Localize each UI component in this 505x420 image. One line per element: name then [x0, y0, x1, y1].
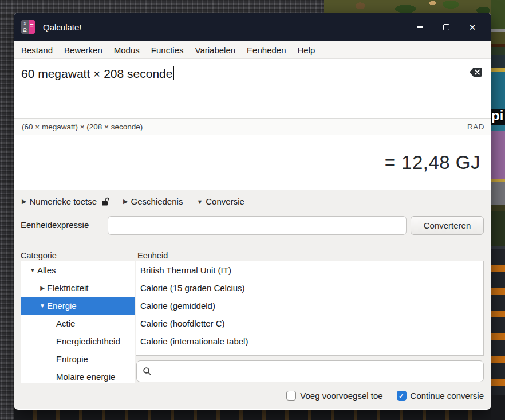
unit-row[interactable]: British Thermal Unit (IT) — [136, 261, 483, 279]
chevron-down-icon[interactable]: ▼ — [28, 267, 37, 273]
close-button[interactable]: ✕ — [459, 13, 486, 41]
expression-text: 60 megawatt × 208 seconde — [21, 67, 172, 80]
qalculate-window: xΩ = Qalculate! ✕ Bestand Bewerken Modus… — [14, 13, 491, 410]
menu-bestand[interactable]: Bestand — [15, 45, 58, 55]
chevron-right-icon[interactable]: ▶ — [38, 285, 47, 291]
close-icon: ✕ — [469, 23, 476, 32]
angle-mode-indicator[interactable]: RAD — [467, 123, 484, 131]
unit-expression-label: Eenheidexpressie — [21, 220, 89, 230]
category-actie[interactable]: Actie — [21, 315, 135, 332]
chevron-down-icon[interactable]: ▼ — [38, 303, 47, 309]
menu-variabelen[interactable]: Variabelen — [189, 45, 241, 55]
prefix-checkbox[interactable] — [286, 391, 296, 401]
category-elektriciteit[interactable]: ▶ Elektriciteit — [21, 279, 135, 297]
unit-row[interactable]: Calorie (thermochemisch) — [136, 350, 483, 356]
category-entropie[interactable]: Entropie — [21, 350, 135, 368]
unit-expression-input[interactable] — [108, 216, 407, 235]
minimize-icon — [417, 26, 423, 28]
unit-search-box[interactable] — [136, 360, 484, 382]
maximize-icon — [443, 24, 449, 30]
unit-row[interactable]: Calorie (internationale tabel) — [136, 332, 483, 350]
conversion-panel: ▶ Numerieke toetse ▶ Geschiedenis ▼ Conv… — [14, 190, 491, 409]
category-tree: ▼ Alles ▶ Elektriciteit ▼ Energie Actie … — [21, 261, 135, 383]
category-energiedichtheid[interactable]: Energiedichtheid — [21, 332, 135, 350]
menu-bar: Bestand Bewerken Modus Functies Variabel… — [14, 41, 491, 59]
menu-help[interactable]: Help — [292, 45, 321, 55]
keypad-section-toggle[interactable]: ▶ Numerieke toetse — [22, 197, 109, 206]
chevron-right-icon: ▶ — [22, 198, 26, 205]
unit-row[interactable]: Calorie (gemiddeld) — [136, 297, 483, 315]
prefix-option[interactable]: Voeg voorvoegsel toe — [286, 391, 382, 401]
game-background-label: pi — [491, 108, 503, 124]
clear-backspace-icon[interactable] — [470, 68, 482, 77]
chevron-down-icon: ▼ — [196, 198, 203, 205]
continuous-conversion-option[interactable]: ✓ Continue conversie — [397, 391, 484, 401]
unit-column-header: Eenheid — [137, 251, 168, 260]
conversion-section-toggle[interactable]: ▼ Conversie — [196, 197, 244, 206]
menu-modus[interactable]: Modus — [108, 45, 145, 55]
unit-row[interactable]: Calorie (15 graden Celcius) — [136, 279, 483, 297]
unit-list: British Thermal Unit (IT) Calorie (15 gr… — [136, 261, 484, 356]
conversion-options: Voeg voorvoegsel toe ✓ Continue conversi… — [286, 391, 484, 401]
keyboard-lock-icon[interactable] — [101, 197, 109, 206]
result-area: = 12,48 GJ — [14, 135, 491, 190]
search-icon — [143, 367, 152, 376]
game-background-factory-right — [491, 0, 505, 420]
category-molaire-energie[interactable]: Molaire energie — [21, 368, 135, 383]
game-background-stone-left — [0, 0, 14, 420]
status-bar: (60 × megawatt) × (208 × seconde) RAD — [14, 118, 491, 135]
game-background-bottom — [14, 410, 505, 420]
window-title: Qalculate! — [43, 22, 82, 32]
app-icon: xΩ = — [21, 20, 35, 34]
menu-eenheden[interactable]: Eenheden — [241, 45, 291, 55]
section-toggles: ▶ Numerieke toetse ▶ Geschiedenis ▼ Conv… — [22, 197, 244, 206]
menu-bewerken[interactable]: Bewerken — [58, 45, 108, 55]
unit-search-input[interactable] — [152, 361, 483, 382]
category-energie-selected[interactable]: ▼ Energie — [21, 297, 135, 315]
text-caret — [173, 66, 174, 80]
menu-functies[interactable]: Functies — [145, 45, 190, 55]
titlebar[interactable]: xΩ = Qalculate! ✕ — [14, 13, 491, 41]
parsed-expression: (60 × megawatt) × (208 × seconde) — [22, 123, 143, 131]
category-column-header: Categorie — [21, 251, 57, 260]
category-alles[interactable]: ▼ Alles — [21, 261, 135, 279]
chevron-right-icon: ▶ — [123, 198, 128, 205]
maximize-button[interactable] — [433, 13, 459, 41]
history-section-toggle[interactable]: ▶ Geschiedenis — [123, 197, 183, 206]
minimize-button[interactable] — [407, 13, 433, 41]
expression-input[interactable]: 60 megawatt × 208 seconde — [14, 59, 491, 118]
continuous-conversion-checkbox[interactable]: ✓ — [397, 391, 407, 401]
convert-button[interactable]: Converteren — [411, 216, 484, 235]
result-value: = 12,48 GJ — [385, 152, 480, 174]
unit-row[interactable]: Calorie (hoofdletter C) — [136, 315, 483, 332]
